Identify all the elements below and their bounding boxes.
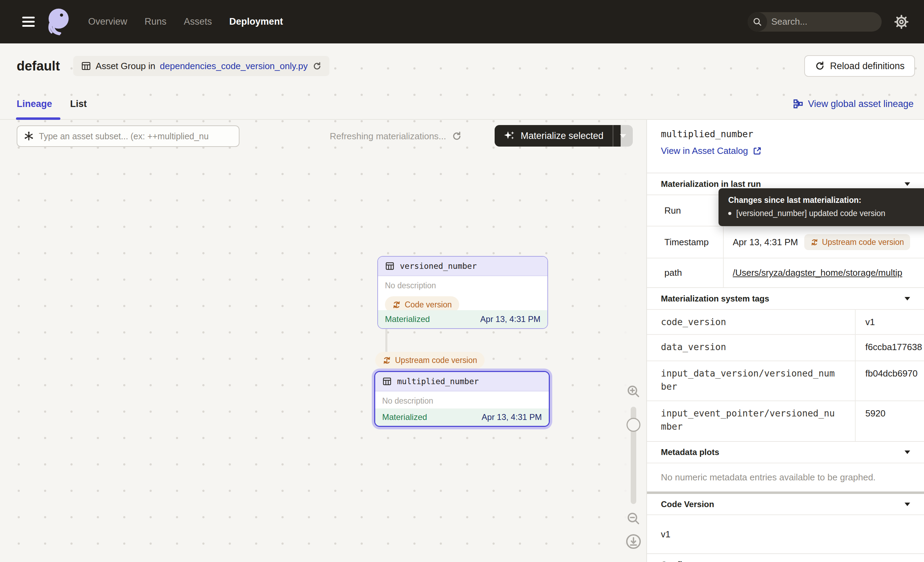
collapse-caret-icon — [904, 297, 910, 301]
page-header: default Asset Group in dependencies_code… — [0, 44, 924, 89]
tab-lineage[interactable]: Lineage — [16, 89, 52, 119]
section-header-label: Code Version — [661, 499, 714, 509]
asset-node-description: No description — [382, 396, 542, 406]
upstream-code-version-badge[interactable]: Upstream code version — [804, 234, 910, 250]
metadata-row-path: path /Users/sryza/dagster_home/storage/m… — [647, 258, 924, 287]
upstream-code-version-badge[interactable]: Upstream code version — [375, 352, 484, 368]
tag-row-code-version: code_version v1 — [647, 309, 924, 334]
group-file-link[interactable]: dependencies_code_version_only.py — [160, 61, 308, 72]
active-tab-underline — [16, 117, 60, 120]
view-in-asset-catalog-label: View in Asset Catalog — [661, 146, 748, 156]
sparkle-icon — [504, 130, 516, 142]
asset-group-chip[interactable]: Asset Group in dependencies_code_version… — [73, 56, 329, 76]
asset-node-multiplied-number[interactable]: multiplied_number No description Materia… — [374, 371, 550, 427]
asset-node-versioned-number[interactable]: versioned_number No description — [377, 256, 548, 329]
top-navigation: Overview Runs Assets Deployment / — [0, 0, 924, 44]
sync-alert-icon — [382, 356, 391, 365]
refreshing-label: Refreshing materializations... — [330, 131, 446, 142]
table-grid-icon — [385, 261, 394, 271]
dagster-logo[interactable] — [44, 6, 72, 38]
nav-item-deployment[interactable]: Deployment — [230, 17, 283, 27]
materialized-timestamp: Apr 13, 4:31 PM — [480, 314, 540, 324]
reload-icon — [814, 61, 825, 71]
nav-item-assets[interactable]: Assets — [184, 17, 212, 27]
nav-item-runs[interactable]: Runs — [145, 17, 166, 27]
tag-row-data-version: data_version f6ccba177638 — [647, 334, 924, 361]
zoom-controls — [621, 120, 646, 562]
download-image-icon[interactable] — [625, 533, 642, 550]
page-title: default — [16, 59, 60, 74]
asset-subset-filter[interactable] — [16, 125, 240, 147]
search-input[interactable] — [767, 17, 882, 27]
reload-definitions-button[interactable]: Reload definitions — [804, 55, 915, 77]
materialize-selected-label: Materialize selected — [520, 131, 604, 141]
settings-gear-icon[interactable] — [894, 14, 909, 30]
collapse-caret-icon — [904, 182, 910, 186]
tab-lineage-label: Lineage — [16, 99, 52, 110]
table-grid-icon — [382, 377, 392, 386]
refreshing-status: Refreshing materializations... — [330, 125, 462, 147]
section-header-label: Materialization system tags — [661, 294, 769, 304]
tag-value: v1 — [855, 310, 924, 334]
asset-details-sidebar: multiplied_number View in Asset Catalog … — [646, 120, 924, 562]
tag-row-input-event-pointer: input_event_pointer/versioned_number 592… — [647, 400, 924, 441]
reload-definitions-label: Reload definitions — [830, 61, 904, 72]
metadata-row-timestamp: Timestamp Apr 13, 4:31 PM — [647, 226, 924, 258]
refresh-icon[interactable] — [452, 131, 462, 141]
tag-key: data_version — [647, 335, 855, 361]
op-selector-icon — [24, 131, 34, 141]
tag-key: code_version — [647, 310, 855, 334]
changes-tooltip: Changes since last materialization: [ver… — [718, 188, 924, 226]
section-header-label: Config — [661, 560, 687, 562]
materialized-timestamp: Apr 13, 4:31 PM — [482, 412, 542, 422]
section-metadata-plots[interactable]: Metadata plots — [647, 441, 924, 463]
section-divider — [647, 491, 924, 494]
nav-item-overview[interactable]: Overview — [88, 17, 128, 27]
tab-list-label: List — [70, 99, 87, 110]
lineage-canvas[interactable]: Refreshing materializations... — [0, 120, 646, 562]
section-header-label: Metadata plots — [661, 447, 719, 457]
section-code-version[interactable]: Code Version — [647, 494, 924, 514]
primary-nav: Overview Runs Assets Deployment — [88, 17, 283, 27]
row-label: Timestamp — [647, 237, 723, 248]
reload-icon[interactable] — [312, 62, 322, 71]
asset-node-title: versioned_number — [400, 261, 477, 270]
sync-alert-icon — [392, 301, 401, 309]
global-search[interactable]: / — [748, 12, 882, 32]
metadata-plots-empty-text: No numeric metadata entries available to… — [647, 463, 924, 491]
bullet-icon — [728, 212, 731, 215]
tag-value: fb04dcb6970 — [855, 361, 924, 400]
tooltip-title: Changes since last materialization: — [728, 195, 924, 205]
code-version-badge-label: Code version — [405, 300, 452, 310]
collapse-caret-icon — [904, 451, 910, 454]
upstream-code-version-label: Upstream code version — [822, 237, 904, 247]
section-materialization-system-tags[interactable]: Materialization system tags — [647, 287, 924, 309]
view-in-asset-catalog-link[interactable]: View in Asset Catalog — [661, 146, 762, 156]
table-grid-icon — [81, 61, 91, 71]
tooltip-item-text: [versioned_number] updated code version — [736, 209, 885, 218]
section-config[interactable]: Config — [647, 553, 924, 562]
tab-list[interactable]: List — [70, 89, 87, 119]
tag-key: input_event_pointer/versioned_number — [647, 401, 855, 441]
sync-alert-icon — [810, 238, 819, 246]
search-icon — [748, 12, 767, 32]
hamburger-menu-icon[interactable] — [22, 17, 35, 27]
tag-value: f6ccba177638 — [855, 335, 924, 361]
tag-value: 5920 — [855, 401, 924, 441]
page-body: default Asset Group in dependencies_code… — [0, 44, 924, 562]
zoom-out-icon[interactable] — [626, 511, 641, 526]
path-link[interactable]: /Users/sryza/dagster_home/storage/multip — [733, 267, 902, 278]
zoom-slider-knob[interactable] — [627, 418, 640, 432]
code-version-value: v1 — [647, 514, 924, 553]
external-link-icon — [753, 146, 762, 156]
view-global-asset-lineage-label: View global asset lineage — [808, 99, 914, 110]
row-label: Run — [647, 205, 723, 216]
zoom-in-icon[interactable] — [626, 384, 641, 399]
sidebar-asset-title: multiplied_number — [661, 129, 910, 139]
collapse-caret-icon — [904, 503, 910, 506]
asset-subset-input[interactable] — [39, 131, 232, 141]
section-header-label: Materialization in last run — [661, 179, 761, 189]
tooltip-item: [versioned_number] updated code version — [728, 209, 924, 218]
view-global-asset-lineage-link[interactable]: View global asset lineage — [793, 99, 914, 110]
materialize-selected-button[interactable]: Materialize selected — [495, 125, 633, 147]
